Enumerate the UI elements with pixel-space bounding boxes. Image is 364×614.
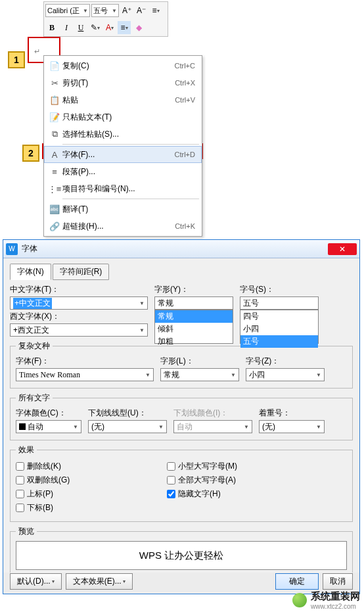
- underline-style-combo[interactable]: (无)▼: [88, 420, 167, 433]
- latin-font-label: 西文字体(X)：: [10, 311, 148, 322]
- italic-button[interactable]: I: [60, 21, 73, 34]
- shrink-font-button[interactable]: A⁻: [135, 4, 148, 17]
- clear-format-button[interactable]: ◆: [132, 21, 145, 34]
- chevron-down-icon: ▼: [112, 8, 117, 14]
- preview-group: 预览 WPS 让办公更轻松 尚未安装此字体，打印时将采用最相近的有效字体。: [10, 526, 353, 573]
- paragraph-mark-icon: ↵: [34, 47, 40, 56]
- size-input[interactable]: 五号: [240, 296, 319, 310]
- paragraph-icon: ≡: [47, 167, 62, 177]
- menu-shortcut: Ctrl+X: [175, 79, 195, 87]
- app-icon: W: [6, 243, 18, 255]
- cancel-button[interactable]: 取消: [323, 573, 353, 590]
- checkbox-subscript[interactable]: 下标(B): [16, 502, 160, 513]
- formatting-toolbar: Calibri (正▼ 五号▼ A⁺ A⁻ ≡▾ B I U ✎▾ A▾ ≡▾ …: [43, 1, 168, 37]
- paste-icon: 📋: [47, 95, 62, 105]
- menu-label: 翻译(T): [62, 204, 195, 215]
- font-color-label: 字体颜色(C)：: [16, 408, 81, 419]
- menu-item-cut[interactable]: ✂剪切(T)Ctrl+X: [44, 74, 202, 91]
- complex-font-combo[interactable]: Times New Roman▼: [16, 368, 154, 381]
- all-text-group: 所有文字 字体颜色(C)： 自动▼ 下划线线型(U)： (无)▼ 下划线颜色(I…: [10, 392, 353, 440]
- callout-1: 1: [8, 51, 25, 68]
- checkbox-superscript[interactable]: 上标(P): [16, 488, 160, 500]
- menu-label: 段落(P)...: [62, 166, 195, 177]
- menu-shortcut: Ctrl+C: [175, 62, 195, 70]
- callout-2: 2: [22, 145, 39, 162]
- chevron-down-icon: ▼: [83, 8, 88, 14]
- menu-item-paste-special[interactable]: ⧉选择性粘贴(S)...: [44, 126, 202, 143]
- separator: [62, 144, 199, 145]
- style-listbox[interactable]: 常规倾斜加粗: [154, 310, 233, 344]
- preview-legend: 预览: [16, 526, 37, 537]
- text-effects-button[interactable]: 文本效果(E)...▾: [66, 573, 133, 590]
- menu-item-paste[interactable]: 📋粘贴Ctrl+V: [44, 91, 202, 108]
- menu-label: 选择性粘贴(S)...: [62, 129, 195, 140]
- cjk-font-label: 中文字体(T)：: [10, 284, 148, 295]
- complex-style-label: 字形(L)：: [160, 356, 239, 367]
- bullets-icon: ⋮≡: [47, 184, 62, 194]
- hyperlink-icon: 🔗: [47, 222, 62, 231]
- line-spacing-button[interactable]: ≡▾: [149, 4, 162, 17]
- size-listbox[interactable]: 四号小四五号: [240, 310, 319, 344]
- checkbox-strike[interactable]: 删除线(K): [16, 461, 160, 472]
- separator: [62, 199, 199, 199]
- font-color-button[interactable]: A▾: [103, 21, 116, 34]
- checkbox-smallcaps[interactable]: 小型大写字母(M): [167, 461, 311, 472]
- complex-style-combo[interactable]: 常规▼: [160, 368, 239, 381]
- menu-item-translate[interactable]: 🔤翻译(T): [44, 201, 202, 218]
- translate-icon: 🔤: [47, 204, 62, 214]
- tab-spacing[interactable]: 字符间距(R): [53, 264, 110, 280]
- dialog-titlebar[interactable]: W 字体 ✕: [3, 240, 359, 258]
- complex-legend: 复杂文种: [16, 341, 53, 352]
- font-color-combo[interactable]: 自动▼: [16, 420, 81, 433]
- style-label: 字形(Y)：: [154, 284, 233, 295]
- font-name-combo[interactable]: Calibri (正▼: [45, 4, 90, 17]
- underline-button[interactable]: U: [74, 21, 87, 34]
- watermark: 系统重装网 www.xtcz2.com: [292, 590, 360, 610]
- cjk-font-combo[interactable]: +中文正文▼: [10, 296, 148, 310]
- complex-size-combo[interactable]: 小四▼: [246, 368, 325, 381]
- menu-label: 粘贴: [62, 95, 175, 106]
- checkbox-allcaps[interactable]: 全部大写字母(A): [167, 475, 311, 486]
- checkbox-double-strike[interactable]: 双删除线(G): [16, 475, 160, 486]
- style-input[interactable]: 常规: [154, 296, 233, 310]
- paste-text-icon: 📝: [47, 112, 62, 122]
- menu-item-bullets[interactable]: ⋮≡项目符号和编号(N)...: [44, 180, 202, 197]
- effects-group: 效果 删除线(K) 双删除线(G) 上标(P) 下标(B) 小型大写字母(M) …: [10, 444, 353, 522]
- tab-font[interactable]: 字体(N): [10, 264, 51, 280]
- menu-item-copy[interactable]: 📄复制(C)Ctrl+C: [44, 57, 202, 74]
- menu-label: 剪切(T): [62, 78, 175, 89]
- grow-font-button[interactable]: A⁺: [120, 4, 133, 17]
- underline-style-label: 下划线线型(U)：: [88, 408, 167, 419]
- paste-special-icon: ⧉: [47, 129, 62, 139]
- style-option[interactable]: 倾斜: [155, 323, 233, 335]
- menu-shortcut: Ctrl+K: [175, 222, 195, 230]
- latin-font-combo[interactable]: +西文正文▼: [10, 323, 148, 337]
- font-size-combo[interactable]: 五号▼: [91, 4, 119, 17]
- menu-shortcut: Ctrl+D: [175, 151, 195, 158]
- highlight-button[interactable]: ✎▾: [89, 21, 102, 34]
- style-option[interactable]: 加粗: [155, 335, 233, 348]
- dialog-title: 字体: [22, 243, 328, 254]
- font-name-value: Calibri (正: [47, 6, 80, 16]
- emphasis-combo[interactable]: (无)▼: [259, 420, 325, 433]
- bold-button[interactable]: B: [45, 21, 58, 34]
- size-label: 字号(S)：: [240, 284, 319, 295]
- size-option[interactable]: 四号: [240, 310, 318, 323]
- default-button[interactable]: 默认(D)...▾: [10, 573, 62, 590]
- menu-item-paragraph[interactable]: ≡段落(P)...: [44, 163, 202, 180]
- align-button[interactable]: ≡▾: [118, 21, 131, 34]
- menu-item-paste-text[interactable]: 📝只粘贴文本(T): [44, 108, 202, 126]
- size-option[interactable]: 小四: [240, 323, 318, 335]
- font-icon: A: [47, 150, 62, 160]
- ok-button[interactable]: 确定: [275, 573, 319, 590]
- menu-item-hyperlink[interactable]: 🔗超链接(H)...Ctrl+K: [44, 218, 202, 235]
- checkbox-hidden[interactable]: 隐藏文字(H): [167, 488, 311, 500]
- size-option[interactable]: 五号: [240, 335, 318, 348]
- menu-item-font[interactable]: A字体(F)...Ctrl+D: [44, 146, 202, 163]
- menu-shortcut: Ctrl+V: [175, 96, 195, 104]
- style-option[interactable]: 常规: [155, 310, 233, 323]
- menu-label: 超链接(H)...: [62, 221, 175, 232]
- alltext-legend: 所有文字: [16, 392, 53, 404]
- underline-color-combo: 自动▼: [173, 420, 252, 433]
- close-button[interactable]: ✕: [328, 243, 357, 255]
